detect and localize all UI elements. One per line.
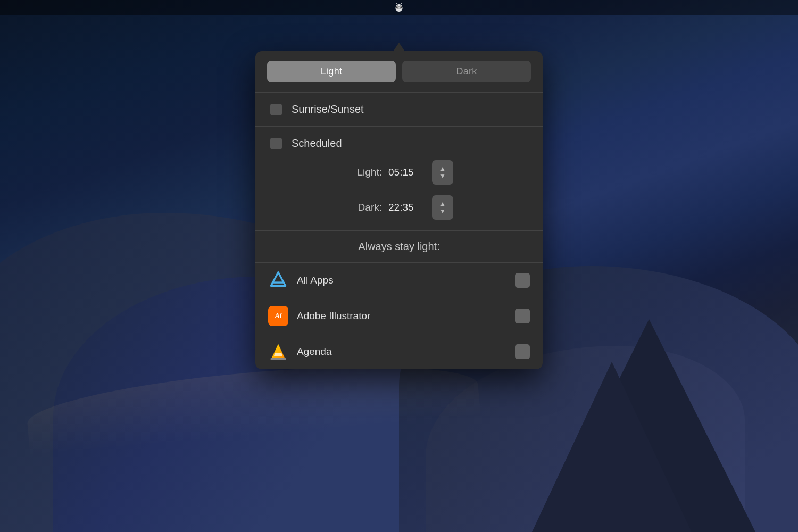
menu-bar: [0, 0, 798, 15]
light-time-up-arrow: ▲: [439, 165, 446, 172]
svg-marker-7: [396, 3, 398, 4]
dark-time-value: 22:35: [388, 202, 426, 213]
scheduled-header: Scheduled: [255, 127, 543, 155]
mode-toggle-section: Light Dark: [255, 51, 543, 93]
menubar-owl-icon[interactable]: [393, 2, 405, 13]
svg-rect-13: [271, 358, 286, 360]
svg-point-5: [397, 6, 398, 7]
always-stay-light-section: Always stay light:: [255, 231, 543, 263]
svg-marker-12: [274, 353, 282, 356]
svg-point-6: [400, 6, 401, 7]
dark-time-label: Dark:: [345, 202, 382, 213]
svg-marker-8: [400, 3, 402, 4]
scheduled-label: Scheduled: [292, 137, 342, 149]
adobe-illustrator-icon: Ai: [268, 306, 288, 326]
scheduled-checkbox[interactable]: [270, 138, 282, 149]
light-time-row: Light: 05:15 ▲ ▼: [255, 155, 543, 190]
light-time-down-arrow: ▼: [439, 173, 446, 179]
agenda-name: Agenda: [297, 346, 506, 358]
mountain-right-2: [532, 362, 692, 532]
always-stay-light-label: Always stay light:: [358, 240, 439, 252]
svg-marker-11: [271, 344, 285, 359]
popup-arrow: [393, 43, 405, 52]
light-time-label: Light:: [345, 167, 382, 178]
all-apps-name: All Apps: [297, 275, 506, 286]
agenda-icon: [268, 342, 288, 362]
light-mode-button[interactable]: Light: [267, 61, 396, 82]
light-time-stepper[interactable]: ▲ ▼: [432, 160, 453, 185]
sunrise-sunset-checkbox[interactable]: [270, 104, 282, 115]
main-popup: Light Dark Sunrise/Sunset Scheduled Ligh…: [255, 51, 543, 369]
adobe-illustrator-row: Ai Adobe Illustrator: [255, 298, 543, 334]
scheduled-section: Scheduled Light: 05:15 ▲ ▼ Dark: 22:35 ▲…: [255, 127, 543, 231]
apps-section: All Apps Ai Adobe Illustrator: [255, 263, 543, 369]
all-apps-icon: [268, 270, 288, 290]
dark-time-stepper[interactable]: ▲ ▼: [432, 195, 453, 220]
adobe-illustrator-checkbox[interactable]: [515, 309, 530, 323]
agenda-row: Agenda: [255, 334, 543, 369]
all-apps-row: All Apps: [255, 263, 543, 298]
dark-time-up-arrow: ▲: [439, 201, 446, 207]
adobe-illustrator-name: Adobe Illustrator: [297, 310, 506, 322]
sunrise-sunset-row: Sunrise/Sunset: [255, 93, 543, 127]
light-time-value: 05:15: [388, 167, 426, 178]
sunrise-sunset-label: Sunrise/Sunset: [292, 103, 364, 115]
agenda-checkbox[interactable]: [515, 344, 530, 359]
dark-mode-button[interactable]: Dark: [402, 61, 531, 82]
dark-time-down-arrow: ▼: [439, 208, 446, 214]
dark-time-row: Dark: 22:35 ▲ ▼: [255, 190, 543, 225]
all-apps-checkbox[interactable]: [515, 273, 530, 288]
